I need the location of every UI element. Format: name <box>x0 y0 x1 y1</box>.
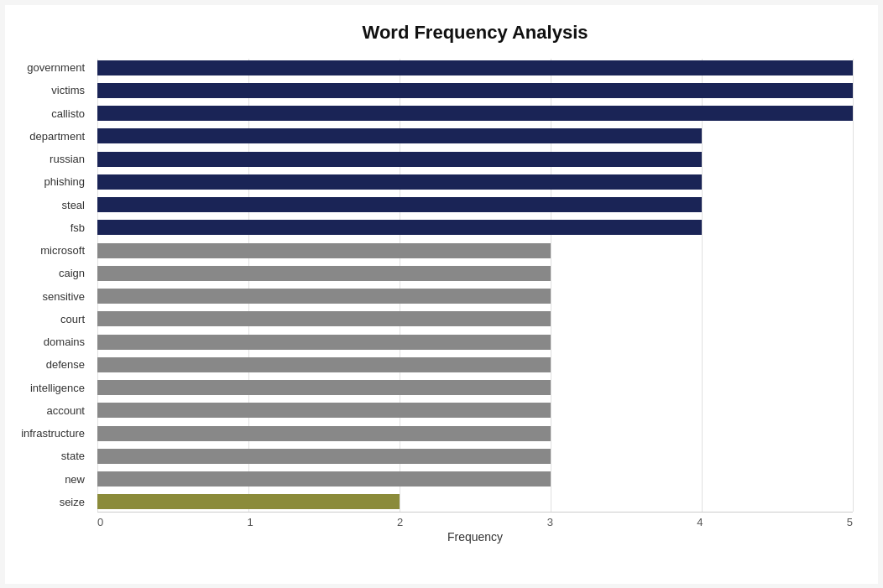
bar-wrapper <box>97 243 853 258</box>
bar-wrapper <box>97 471 853 487</box>
bar-label: steal <box>1 199 93 211</box>
bar-row: domains <box>97 333 853 351</box>
bar-wrapper <box>97 311 853 326</box>
bar <box>97 289 551 304</box>
x-axis-label: Frequency <box>97 528 853 544</box>
bar <box>97 357 551 372</box>
chart-title: Word Frequency Analysis <box>97 22 853 44</box>
bar-row: seize <box>97 492 853 511</box>
bar-row: steal <box>97 195 853 214</box>
bar <box>97 266 551 281</box>
bar-wrapper <box>97 266 853 281</box>
bar-row: phishing <box>97 173 853 191</box>
bar <box>97 494 400 509</box>
bar-row: new <box>97 470 853 488</box>
bar-wrapper <box>97 449 853 464</box>
bar-wrapper <box>97 335 853 350</box>
bar-wrapper <box>97 128 853 143</box>
bar <box>97 311 551 326</box>
bar-row: infrastructure <box>97 424 853 443</box>
x-tick: 2 <box>397 516 403 528</box>
bar-label: callisto <box>1 107 93 120</box>
x-axis: 012345 Frequency <box>97 512 853 545</box>
bar-row: victims <box>97 81 853 100</box>
bars-container: governmentvictimscallistodepartmentrussi… <box>97 59 853 512</box>
bar <box>97 220 702 235</box>
bar <box>97 174 702 190</box>
bar-label: victims <box>1 84 93 96</box>
bar-wrapper <box>97 220 853 235</box>
bar-wrapper <box>97 152 853 167</box>
chart-area: governmentvictimscallistodepartmentrussi… <box>97 59 853 545</box>
bar-wrapper <box>97 289 853 304</box>
bar <box>97 83 853 98</box>
bar-label: seize <box>1 496 93 508</box>
bar-wrapper <box>97 403 853 418</box>
bar-wrapper <box>97 357 853 372</box>
bar-row: callisto <box>97 104 853 122</box>
bar-wrapper <box>97 83 853 98</box>
bar-wrapper <box>97 197 853 212</box>
bar <box>97 403 551 418</box>
bar-label: russian <box>1 153 93 165</box>
grid-line <box>853 59 854 512</box>
bar-wrapper <box>97 380 853 395</box>
bar-row: state <box>97 447 853 466</box>
bar-row: russian <box>97 150 853 169</box>
bar <box>97 335 551 350</box>
bar-label: department <box>1 130 93 143</box>
bar-row: account <box>97 401 853 419</box>
bar-label: defense <box>1 358 93 371</box>
bar-label: account <box>1 404 93 417</box>
x-tick: 3 <box>547 516 553 528</box>
x-tick: 0 <box>97 516 103 528</box>
bar-row: defense <box>97 356 853 374</box>
bar <box>97 128 702 143</box>
bar-label: court <box>1 313 93 325</box>
bar-row: microsoft <box>97 242 853 260</box>
bar-row: government <box>97 59 853 77</box>
bar <box>97 197 702 212</box>
x-tick: 1 <box>248 516 253 528</box>
x-axis-line <box>97 512 853 513</box>
bar-wrapper <box>97 60 853 75</box>
bar-wrapper <box>97 174 853 190</box>
chart-container: Word Frequency Analysis governmentvictim… <box>5 5 878 584</box>
bar-row: caign <box>97 264 853 283</box>
bar-row: sensitive <box>97 287 853 305</box>
bar-label: domains <box>1 336 93 348</box>
bar-label: government <box>1 61 93 74</box>
x-ticks: 012345 <box>97 512 853 528</box>
bar <box>97 426 551 441</box>
bar-label: sensitive <box>1 290 93 303</box>
bar-label: infrastructure <box>1 427 93 440</box>
bar-row: intelligence <box>97 378 853 397</box>
x-tick: 4 <box>697 516 703 528</box>
bar-wrapper <box>97 494 853 509</box>
bar-wrapper <box>97 106 853 121</box>
bar <box>97 152 702 167</box>
bar-row: department <box>97 127 853 145</box>
bar <box>97 380 551 395</box>
bar-label: intelligence <box>1 382 93 394</box>
bar-label: caign <box>1 267 93 279</box>
bar-row: court <box>97 310 853 328</box>
bar-label: microsoft <box>1 244 93 257</box>
bar <box>97 243 551 258</box>
bar <box>97 471 551 487</box>
bar <box>97 449 551 464</box>
bar <box>97 60 853 75</box>
bar-wrapper <box>97 426 853 441</box>
bar-label: state <box>1 450 93 462</box>
bar-row: fsb <box>97 218 853 237</box>
bar-label: fsb <box>1 221 93 234</box>
x-tick: 5 <box>847 516 853 528</box>
bar-label: new <box>1 473 93 486</box>
bar-label: phishing <box>1 175 93 188</box>
bar <box>97 106 853 121</box>
